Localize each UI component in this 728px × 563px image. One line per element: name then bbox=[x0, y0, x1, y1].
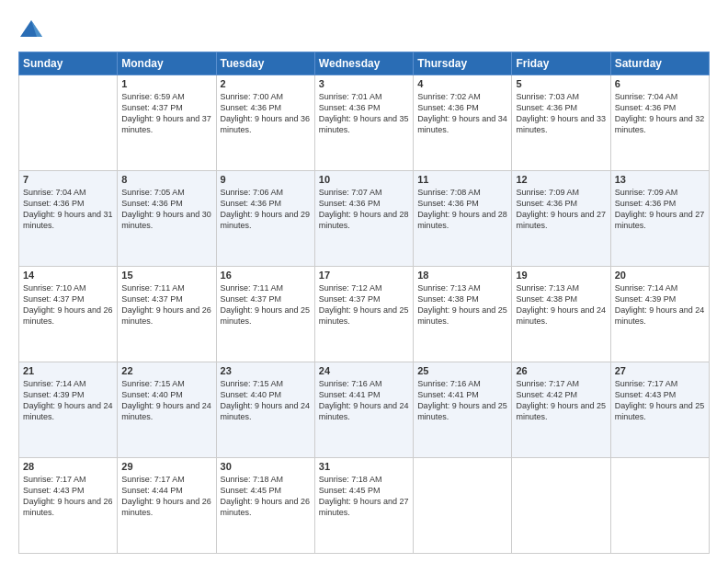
calendar-cell: 13Sunrise: 7:09 AMSunset: 4:36 PMDayligh… bbox=[610, 171, 709, 267]
calendar-cell: 18Sunrise: 7:13 AMSunset: 4:38 PMDayligh… bbox=[414, 267, 512, 362]
day-number: 10 bbox=[319, 174, 409, 185]
day-info: Sunrise: 7:17 AMSunset: 4:44 PMDaylight:… bbox=[121, 474, 211, 519]
day-info: Sunrise: 7:14 AMSunset: 4:39 PMDaylight:… bbox=[615, 282, 705, 327]
day-info: Sunrise: 7:16 AMSunset: 4:41 PMDaylight:… bbox=[319, 378, 409, 423]
calendar-cell: 28Sunrise: 7:17 AMSunset: 4:43 PMDayligh… bbox=[19, 458, 118, 554]
calendar-cell: 3Sunrise: 7:01 AMSunset: 4:36 PMDaylight… bbox=[314, 75, 413, 171]
day-number: 29 bbox=[121, 461, 211, 472]
calendar-cell: 25Sunrise: 7:16 AMSunset: 4:41 PMDayligh… bbox=[414, 362, 512, 458]
calendar-table: SundayMondayTuesdayWednesdayThursdayFrid… bbox=[18, 52, 710, 554]
day-number: 11 bbox=[417, 174, 507, 185]
day-number: 15 bbox=[121, 270, 211, 281]
calendar-cell: 16Sunrise: 7:11 AMSunset: 4:37 PMDayligh… bbox=[216, 267, 314, 362]
day-number: 26 bbox=[516, 365, 606, 376]
logo bbox=[18, 17, 48, 42]
day-info: Sunrise: 7:15 AMSunset: 4:40 PMDaylight:… bbox=[121, 378, 211, 423]
day-info: Sunrise: 7:02 AMSunset: 4:36 PMDaylight:… bbox=[417, 91, 507, 136]
calendar-cell bbox=[512, 458, 610, 554]
calendar-week-row: 14Sunrise: 7:10 AMSunset: 4:37 PMDayligh… bbox=[19, 267, 710, 362]
calendar-header-row: SundayMondayTuesdayWednesdayThursdayFrid… bbox=[19, 52, 710, 75]
day-number: 9 bbox=[221, 174, 311, 185]
day-info: Sunrise: 7:11 AMSunset: 4:37 PMDaylight:… bbox=[121, 282, 211, 327]
day-number: 21 bbox=[23, 365, 113, 376]
calendar-cell: 12Sunrise: 7:09 AMSunset: 4:36 PMDayligh… bbox=[512, 171, 610, 267]
calendar-cell: 27Sunrise: 7:17 AMSunset: 4:43 PMDayligh… bbox=[610, 362, 709, 458]
calendar-cell: 15Sunrise: 7:11 AMSunset: 4:37 PMDayligh… bbox=[118, 267, 216, 362]
calendar-day-header: Sunday bbox=[19, 52, 118, 75]
day-info: Sunrise: 7:18 AMSunset: 4:45 PMDaylight:… bbox=[221, 474, 311, 519]
calendar-cell: 9Sunrise: 7:06 AMSunset: 4:36 PMDaylight… bbox=[216, 171, 314, 267]
calendar-cell: 29Sunrise: 7:17 AMSunset: 4:44 PMDayligh… bbox=[118, 458, 216, 554]
day-number: 16 bbox=[221, 270, 311, 281]
day-number: 4 bbox=[417, 78, 507, 89]
day-number: 30 bbox=[221, 461, 311, 472]
calendar-cell: 2Sunrise: 7:00 AMSunset: 4:36 PMDaylight… bbox=[216, 75, 314, 171]
day-info: Sunrise: 7:17 AMSunset: 4:43 PMDaylight:… bbox=[615, 378, 705, 423]
day-info: Sunrise: 7:16 AMSunset: 4:41 PMDaylight:… bbox=[417, 378, 507, 423]
day-info: Sunrise: 7:12 AMSunset: 4:37 PMDaylight:… bbox=[319, 282, 409, 327]
day-number: 12 bbox=[516, 174, 606, 185]
calendar-week-row: 28Sunrise: 7:17 AMSunset: 4:43 PMDayligh… bbox=[19, 458, 710, 554]
day-number: 20 bbox=[615, 270, 705, 281]
day-info: Sunrise: 6:59 AMSunset: 4:37 PMDaylight:… bbox=[121, 91, 211, 136]
day-info: Sunrise: 7:10 AMSunset: 4:37 PMDaylight:… bbox=[23, 282, 113, 327]
day-info: Sunrise: 7:13 AMSunset: 4:38 PMDaylight:… bbox=[417, 282, 507, 327]
calendar-cell bbox=[610, 458, 709, 554]
calendar-day-header: Monday bbox=[118, 52, 216, 75]
logo-icon bbox=[18, 17, 44, 42]
calendar-cell: 14Sunrise: 7:10 AMSunset: 4:37 PMDayligh… bbox=[19, 267, 118, 362]
calendar-cell: 17Sunrise: 7:12 AMSunset: 4:37 PMDayligh… bbox=[314, 267, 413, 362]
day-number: 18 bbox=[417, 270, 507, 281]
calendar-week-row: 21Sunrise: 7:14 AMSunset: 4:39 PMDayligh… bbox=[19, 362, 710, 458]
calendar-cell bbox=[414, 458, 512, 554]
day-info: Sunrise: 7:06 AMSunset: 4:36 PMDaylight:… bbox=[221, 187, 311, 232]
day-info: Sunrise: 7:00 AMSunset: 4:36 PMDaylight:… bbox=[221, 91, 311, 136]
day-info: Sunrise: 7:07 AMSunset: 4:36 PMDaylight:… bbox=[319, 187, 409, 232]
day-info: Sunrise: 7:18 AMSunset: 4:45 PMDaylight:… bbox=[319, 474, 409, 519]
day-number: 8 bbox=[121, 174, 211, 185]
day-info: Sunrise: 7:11 AMSunset: 4:37 PMDaylight:… bbox=[221, 282, 311, 327]
calendar-day-header: Friday bbox=[512, 52, 610, 75]
calendar-day-header: Saturday bbox=[610, 52, 709, 75]
day-info: Sunrise: 7:17 AMSunset: 4:43 PMDaylight:… bbox=[23, 474, 113, 519]
day-number: 1 bbox=[121, 78, 211, 89]
day-number: 28 bbox=[23, 461, 113, 472]
day-number: 24 bbox=[319, 365, 409, 376]
day-number: 14 bbox=[23, 270, 113, 281]
day-info: Sunrise: 7:17 AMSunset: 4:42 PMDaylight:… bbox=[516, 378, 606, 423]
day-number: 6 bbox=[615, 78, 705, 89]
day-number: 27 bbox=[615, 365, 705, 376]
calendar-cell: 20Sunrise: 7:14 AMSunset: 4:39 PMDayligh… bbox=[610, 267, 709, 362]
calendar-cell: 26Sunrise: 7:17 AMSunset: 4:42 PMDayligh… bbox=[512, 362, 610, 458]
calendar-cell: 30Sunrise: 7:18 AMSunset: 4:45 PMDayligh… bbox=[216, 458, 314, 554]
day-info: Sunrise: 7:14 AMSunset: 4:39 PMDaylight:… bbox=[23, 378, 113, 423]
day-number: 7 bbox=[23, 174, 113, 185]
calendar-week-row: 1Sunrise: 6:59 AMSunset: 4:37 PMDaylight… bbox=[19, 75, 710, 171]
day-info: Sunrise: 7:01 AMSunset: 4:36 PMDaylight:… bbox=[319, 91, 409, 136]
calendar-cell: 22Sunrise: 7:15 AMSunset: 4:40 PMDayligh… bbox=[118, 362, 216, 458]
day-info: Sunrise: 7:13 AMSunset: 4:38 PMDaylight:… bbox=[516, 282, 606, 327]
day-number: 23 bbox=[221, 365, 311, 376]
day-info: Sunrise: 7:03 AMSunset: 4:36 PMDaylight:… bbox=[516, 91, 606, 136]
calendar-cell: 1Sunrise: 6:59 AMSunset: 4:37 PMDaylight… bbox=[118, 75, 216, 171]
day-info: Sunrise: 7:08 AMSunset: 4:36 PMDaylight:… bbox=[417, 187, 507, 232]
calendar-cell: 6Sunrise: 7:04 AMSunset: 4:36 PMDaylight… bbox=[610, 75, 709, 171]
calendar-cell: 8Sunrise: 7:05 AMSunset: 4:36 PMDaylight… bbox=[118, 171, 216, 267]
calendar-cell: 5Sunrise: 7:03 AMSunset: 4:36 PMDaylight… bbox=[512, 75, 610, 171]
day-info: Sunrise: 7:04 AMSunset: 4:36 PMDaylight:… bbox=[615, 91, 705, 136]
calendar-cell: 19Sunrise: 7:13 AMSunset: 4:38 PMDayligh… bbox=[512, 267, 610, 362]
day-info: Sunrise: 7:05 AMSunset: 4:36 PMDaylight:… bbox=[121, 187, 211, 232]
day-number: 19 bbox=[516, 270, 606, 281]
day-number: 22 bbox=[121, 365, 211, 376]
header bbox=[18, 17, 710, 42]
calendar-cell: 4Sunrise: 7:02 AMSunset: 4:36 PMDaylight… bbox=[414, 75, 512, 171]
calendar-day-header: Thursday bbox=[414, 52, 512, 75]
calendar-cell bbox=[19, 75, 118, 171]
day-number: 2 bbox=[221, 78, 311, 89]
calendar-week-row: 7Sunrise: 7:04 AMSunset: 4:36 PMDaylight… bbox=[19, 171, 710, 267]
calendar-day-header: Wednesday bbox=[314, 52, 413, 75]
calendar-day-header: Tuesday bbox=[216, 52, 314, 75]
day-info: Sunrise: 7:04 AMSunset: 4:36 PMDaylight:… bbox=[23, 187, 113, 232]
calendar-cell: 10Sunrise: 7:07 AMSunset: 4:36 PMDayligh… bbox=[314, 171, 413, 267]
calendar-cell: 21Sunrise: 7:14 AMSunset: 4:39 PMDayligh… bbox=[19, 362, 118, 458]
